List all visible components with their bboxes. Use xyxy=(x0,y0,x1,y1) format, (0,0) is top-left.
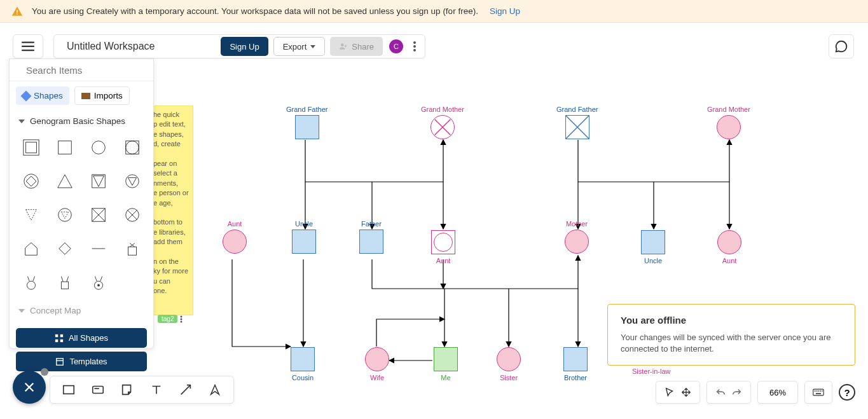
node-grandmother-2[interactable]: Grand Mother xyxy=(707,106,750,139)
tool-card[interactable] xyxy=(83,378,113,401)
keyboard-shortcuts-button[interactable] xyxy=(810,383,827,401)
node-grandmother-1[interactable]: Grand Mother xyxy=(421,106,464,139)
cursor-tool[interactable] xyxy=(661,383,678,401)
svg-rect-3 xyxy=(22,46,34,47)
svg-point-9 xyxy=(181,315,183,317)
workspace-title[interactable]: Untitled Workspace xyxy=(67,41,218,52)
export-button[interactable]: Export xyxy=(273,37,326,56)
shape-pentagon[interactable] xyxy=(16,233,46,263)
shape-dotted-inv-tri-ci[interactable] xyxy=(50,200,79,230)
node-father[interactable]: Father xyxy=(359,220,383,254)
zoom-level[interactable]: 66% xyxy=(763,388,792,397)
shape-inverted-triangle-ci[interactable] xyxy=(117,166,147,196)
search-input[interactable] xyxy=(26,65,147,76)
shape-circle[interactable] xyxy=(83,132,113,162)
chevron-down-icon xyxy=(18,309,25,313)
svg-point-11 xyxy=(181,320,183,322)
svg-rect-53 xyxy=(93,387,104,394)
close-icon xyxy=(24,381,35,393)
svg-rect-21 xyxy=(26,176,36,186)
svg-rect-33 xyxy=(128,247,136,255)
signup-button[interactable]: Sign Up xyxy=(221,37,268,56)
shape-x-circle[interactable] xyxy=(117,200,147,230)
shape-x-square[interactable] xyxy=(83,200,113,230)
svg-rect-31 xyxy=(59,242,70,254)
node-cousin[interactable]: Cousin xyxy=(291,347,315,381)
redo-button[interactable] xyxy=(729,383,745,401)
sticky-note[interactable]: he quick p edit text, e shapes, d, creat… xyxy=(149,106,193,315)
templates-button[interactable]: Templates xyxy=(16,352,147,371)
svg-line-55 xyxy=(181,385,191,395)
shape-diamond[interactable] xyxy=(50,233,79,263)
svg-rect-59 xyxy=(818,390,820,392)
tab-imports[interactable]: Imports xyxy=(74,86,130,105)
node-sister-in-law[interactable]: Sister-in-law xyxy=(632,367,671,377)
node-me[interactable]: Me xyxy=(434,347,458,381)
tool-text[interactable] xyxy=(142,378,171,401)
svg-rect-57 xyxy=(815,390,816,392)
shape-house-x[interactable] xyxy=(117,233,147,263)
view-controls: 66% ? xyxy=(656,381,855,404)
node-aunt-3[interactable]: Aunt xyxy=(717,230,741,264)
templates-label: Templates xyxy=(69,357,107,366)
shapes-grid xyxy=(10,130,153,299)
drawing-toolbar xyxy=(50,376,234,404)
toast-body: Your changes will be synced with the ser… xyxy=(621,332,842,355)
shape-circle-square[interactable] xyxy=(117,132,147,162)
shape-ribbon-square[interactable] xyxy=(50,267,79,297)
shape-inverted-triangle-sq[interactable] xyxy=(83,166,113,196)
node-grandfather-1[interactable]: Grand Father xyxy=(286,106,327,139)
tag-chip[interactable]: tag2 xyxy=(158,315,177,323)
svg-rect-60 xyxy=(820,390,821,392)
tab-shapes[interactable]: Shapes xyxy=(16,86,69,105)
shape-line[interactable] xyxy=(83,233,113,263)
tool-rectangle[interactable] xyxy=(54,378,83,401)
node-aunt-1[interactable]: Aunt xyxy=(223,220,247,254)
svg-point-19 xyxy=(125,141,139,154)
shape-ribbon-dots[interactable] xyxy=(83,267,113,297)
share-button[interactable]: Share xyxy=(330,37,383,56)
export-label: Export xyxy=(283,42,307,52)
node-aunt-2[interactable]: Aunt xyxy=(431,230,455,264)
shape-ribbon-circle[interactable] xyxy=(16,267,46,297)
section-concept-map[interactable]: Concept Map xyxy=(10,299,153,319)
tab-shapes-label: Shapes xyxy=(34,91,63,100)
toast-title: You are offline xyxy=(621,315,842,326)
share-label: Share xyxy=(352,42,374,52)
svg-rect-0 xyxy=(17,10,18,13)
node-wife[interactable]: Wife xyxy=(365,347,389,381)
shape-square[interactable] xyxy=(50,132,79,162)
node-uncle-1[interactable]: Uncle xyxy=(292,220,316,254)
shape-double-square[interactable] xyxy=(16,132,46,162)
diamond-icon xyxy=(21,90,32,101)
section-genogram[interactable]: Genogram Basic Shapes xyxy=(10,110,153,130)
svg-point-17 xyxy=(92,141,105,154)
tool-sticky[interactable] xyxy=(113,378,142,401)
main-menu-button[interactable] xyxy=(13,34,43,58)
pan-tool[interactable] xyxy=(678,383,694,401)
close-fab-button[interactable] xyxy=(13,371,46,404)
banner-signup-link[interactable]: Sign Up xyxy=(490,6,520,16)
tool-pen[interactable] xyxy=(200,378,230,401)
user-avatar[interactable]: C xyxy=(389,39,403,53)
svg-point-7 xyxy=(413,45,416,48)
chevron-down-icon xyxy=(310,45,315,48)
node-grandfather-2[interactable]: Grand Father xyxy=(556,106,598,139)
template-icon xyxy=(55,357,64,366)
shape-diamond-circle[interactable] xyxy=(16,166,46,196)
shape-triangle[interactable] xyxy=(50,166,79,196)
node-uncle-2[interactable]: Uncle xyxy=(641,230,665,264)
comments-button[interactable] xyxy=(829,34,854,58)
node-mother[interactable]: Mother xyxy=(565,220,589,254)
tool-arrow[interactable] xyxy=(171,378,200,401)
all-shapes-button[interactable]: All Shapes xyxy=(16,328,147,348)
node-sister[interactable]: Sister xyxy=(497,347,521,381)
help-button[interactable]: ? xyxy=(839,384,855,401)
node-brother[interactable]: Brother xyxy=(563,347,588,381)
more-menu-button[interactable] xyxy=(407,37,422,56)
undo-button[interactable] xyxy=(712,383,729,401)
svg-rect-15 xyxy=(25,142,36,153)
tag-more-icon[interactable] xyxy=(180,315,183,323)
sticky-tags: tag2 xyxy=(158,315,183,323)
shape-dotted-inv-triangle[interactable] xyxy=(16,200,46,230)
